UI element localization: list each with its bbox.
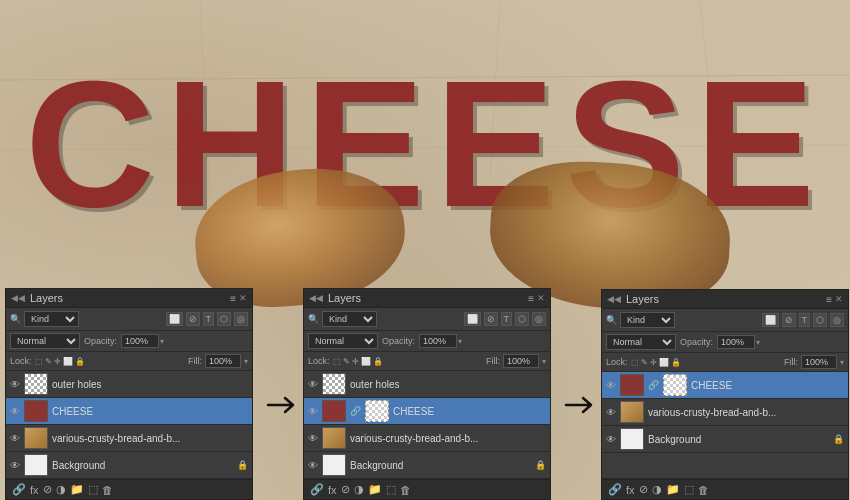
panel-2-lock-pixels[interactable]: ✎ bbox=[343, 357, 350, 366]
panel-3-close-btn[interactable]: ✕ bbox=[835, 294, 843, 304]
panel-3-blend-select[interactable]: Normal bbox=[606, 334, 676, 350]
panel-3-collapse-arrows[interactable]: ◀◀ bbox=[607, 294, 621, 304]
panel-2-kind-select[interactable]: Kind bbox=[322, 311, 377, 327]
panel-2-collapse-arrows[interactable]: ◀◀ bbox=[309, 293, 323, 303]
panel-1-fill-input[interactable] bbox=[205, 354, 241, 368]
panel-2-lock-transparent[interactable]: ⬚ bbox=[333, 357, 341, 366]
layer-2-background[interactable]: 👁 Background 🔒 bbox=[304, 452, 550, 479]
layer-1-background[interactable]: 👁 Background 🔒 bbox=[6, 452, 252, 479]
layer-1-cheese[interactable]: 👁 CHEESE bbox=[6, 398, 252, 425]
panel-3-menu-icon[interactable]: ≡ bbox=[826, 294, 832, 305]
panel-2-lock-all[interactable]: 🔒 bbox=[373, 357, 383, 366]
panel-2-group-icon[interactable]: 📁 bbox=[368, 483, 382, 496]
layer-2-chain-icon[interactable]: 🔗 bbox=[350, 406, 361, 416]
panel-2-close-btn[interactable]: ✕ bbox=[537, 293, 545, 303]
layer-3-cheese[interactable]: 👁 🔗 CHEESE bbox=[602, 372, 848, 399]
panel-2-blend-select[interactable]: Normal bbox=[308, 333, 378, 349]
panel-3-lock-pixels[interactable]: ✎ bbox=[641, 358, 648, 367]
panel-3-delete-icon[interactable]: 🗑 bbox=[698, 484, 709, 496]
panel-2-lock-artboard[interactable]: ⬜ bbox=[361, 357, 371, 366]
layer-2-thumb-bread bbox=[322, 427, 346, 449]
panel-2-opacity-input[interactable] bbox=[419, 334, 457, 348]
panel-3-lock-transparent[interactable]: ⬚ bbox=[631, 358, 639, 367]
panel-1-lock-artboard[interactable]: ⬜ bbox=[63, 357, 73, 366]
layer-1-outer-holes[interactable]: 👁 outer holes bbox=[6, 371, 252, 398]
panel-2-filter-shape[interactable]: ⬡ bbox=[515, 312, 529, 326]
panel-1-filter-smart[interactable]: ◎ bbox=[234, 312, 248, 326]
layer-3-bread[interactable]: 👁 various-crusty-bread-and-b... bbox=[602, 399, 848, 426]
panel-3-lock-position[interactable]: ✛ bbox=[650, 358, 657, 367]
layer-3-eye-bread[interactable]: 👁 bbox=[606, 407, 616, 418]
panel-3-lock-artboard[interactable]: ⬜ bbox=[659, 358, 669, 367]
panel-1-kind-select[interactable]: Kind bbox=[24, 311, 79, 327]
panel-3-filter-shape[interactable]: ⬡ bbox=[813, 313, 827, 327]
layer-1-eye-outer[interactable]: 👁 bbox=[10, 379, 20, 390]
layer-2-eye-outer[interactable]: 👁 bbox=[308, 379, 318, 390]
panel-1-delete-icon[interactable]: 🗑 bbox=[102, 484, 113, 496]
panel-2-fx-icon[interactable]: fx bbox=[328, 484, 337, 496]
panel-1-menu-icon[interactable]: ≡ bbox=[230, 293, 236, 304]
panel-1-mask-icon[interactable]: ⊘ bbox=[43, 483, 52, 496]
panel-2-filter-smart[interactable]: ◎ bbox=[532, 312, 546, 326]
panel-1-group-icon[interactable]: 📁 bbox=[70, 483, 84, 496]
panel-2-delete-icon[interactable]: 🗑 bbox=[400, 484, 411, 496]
panel-1-adj-icon[interactable]: ◑ bbox=[56, 483, 66, 496]
panel-2-filter-pixel[interactable]: ⬜ bbox=[464, 312, 481, 326]
layer-3-chain-icon[interactable]: 🔗 bbox=[648, 380, 659, 390]
panel-1-filter-adj[interactable]: ⊘ bbox=[186, 312, 200, 326]
panel-2-link-icon[interactable]: 🔗 bbox=[310, 483, 324, 496]
layer-2-cheese[interactable]: 👁 🔗 CHEESE bbox=[304, 398, 550, 425]
panel-1-blend-select[interactable]: Normal bbox=[10, 333, 80, 349]
panel-2-lock-position[interactable]: ✛ bbox=[352, 357, 359, 366]
panel-3-link-icon[interactable]: 🔗 bbox=[608, 483, 622, 496]
layer-1-eye-bread[interactable]: 👁 bbox=[10, 433, 20, 444]
panel-1-fx-icon[interactable]: fx bbox=[30, 484, 39, 496]
panel-3-new-icon[interactable]: ⬚ bbox=[684, 483, 694, 496]
panel-2-adj-icon[interactable]: ◑ bbox=[354, 483, 364, 496]
panel-1-collapse-arrows[interactable]: ◀◀ bbox=[11, 293, 25, 303]
panel-3-filter-adj[interactable]: ⊘ bbox=[782, 313, 796, 327]
panel-2-filter-adj[interactable]: ⊘ bbox=[484, 312, 498, 326]
panel-1-filter-text[interactable]: T bbox=[203, 312, 215, 326]
layer-2-eye-bg[interactable]: 👁 bbox=[308, 460, 318, 471]
panel-1-filter-shape[interactable]: ⬡ bbox=[217, 312, 231, 326]
panel-1-new-icon[interactable]: ⬚ bbox=[88, 483, 98, 496]
layer-2-outer-holes[interactable]: 👁 outer holes bbox=[304, 371, 550, 398]
panel-3-filter-smart[interactable]: ◎ bbox=[830, 313, 844, 327]
panel-1-link-icon[interactable]: 🔗 bbox=[12, 483, 26, 496]
panel-3-fx-icon[interactable]: fx bbox=[626, 484, 635, 496]
panel-1-lock-position[interactable]: ✛ bbox=[54, 357, 61, 366]
layer-1-bread[interactable]: 👁 various-crusty-bread-and-b... bbox=[6, 425, 252, 452]
panel-1-close-btn[interactable]: ✕ bbox=[239, 293, 247, 303]
panel-3-filter-pixel[interactable]: ⬜ bbox=[762, 313, 779, 327]
layer-3-name-cheese: CHEESE bbox=[691, 380, 844, 391]
panel-2-fill-input[interactable] bbox=[503, 354, 539, 368]
panel-3-filter-text[interactable]: T bbox=[799, 313, 811, 327]
panel-3-group-icon[interactable]: 📁 bbox=[666, 483, 680, 496]
layer-3-eye-bg[interactable]: 👁 bbox=[606, 434, 616, 445]
panel-3-fill-input[interactable] bbox=[801, 355, 837, 369]
panel-1-lock-transparent[interactable]: ⬚ bbox=[35, 357, 43, 366]
panel-1-lock-pixels[interactable]: ✎ bbox=[45, 357, 52, 366]
panel-3-opacity-input[interactable] bbox=[717, 335, 755, 349]
layer-2-bread[interactable]: 👁 various-crusty-bread-and-b... bbox=[304, 425, 550, 452]
panel-1-opacity-input[interactable] bbox=[121, 334, 159, 348]
layer-3-background[interactable]: 👁 Background 🔒 bbox=[602, 426, 848, 453]
layer-2-eye-cheese[interactable]: 👁 bbox=[308, 406, 318, 417]
layer-1-eye-cheese[interactable]: 👁 bbox=[10, 406, 20, 417]
layer-1-thumb-cheese bbox=[24, 400, 48, 422]
panel-2-mask-icon[interactable]: ⊘ bbox=[341, 483, 350, 496]
panel-2-new-icon[interactable]: ⬚ bbox=[386, 483, 396, 496]
panel-3-kind-select[interactable]: Kind bbox=[620, 312, 675, 328]
layer-3-eye-cheese[interactable]: 👁 bbox=[606, 380, 616, 391]
layer-2-eye-bread[interactable]: 👁 bbox=[308, 433, 318, 444]
panel-1-lock-all[interactable]: 🔒 bbox=[75, 357, 85, 366]
panel-2-filter-text[interactable]: T bbox=[501, 312, 513, 326]
layer-1-eye-bg[interactable]: 👁 bbox=[10, 460, 20, 471]
panel-3-lock-all[interactable]: 🔒 bbox=[671, 358, 681, 367]
panel-3-mask-icon[interactable]: ⊘ bbox=[639, 483, 648, 496]
panel-1-lock-label: Lock: bbox=[10, 356, 32, 366]
panel-3-adj-icon[interactable]: ◑ bbox=[652, 483, 662, 496]
panel-2-menu-icon[interactable]: ≡ bbox=[528, 293, 534, 304]
panel-1-filter-pixel[interactable]: ⬜ bbox=[166, 312, 183, 326]
